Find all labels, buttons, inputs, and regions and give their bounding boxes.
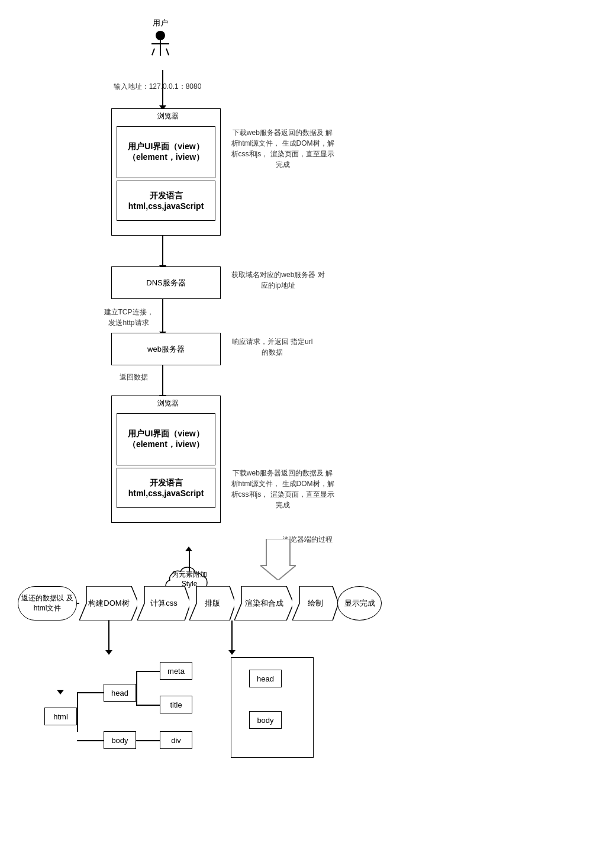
user-head-circle: [156, 31, 165, 40]
cloud-arrow-line: [189, 551, 190, 571]
line-head-title-h: [136, 705, 160, 706]
browser1-lang-label: 开发语言html,css,javaScript: [128, 191, 204, 211]
browser1-label: 浏览器: [112, 109, 220, 124]
browser2-lang-box: 开发语言html,css,javaScript: [117, 468, 215, 508]
big-down-arrow: [260, 539, 296, 582]
line-head-title-v: [136, 671, 137, 705]
arrow-dns-to-web: [159, 299, 166, 336]
browser1-lang-box: 开发语言html,css,javaScript: [117, 181, 215, 221]
tree-html-node: html: [44, 708, 77, 725]
line-head-meta-h: [136, 671, 160, 672]
arrow-domtree-down: [105, 621, 112, 655]
web-server-label: web服务器: [147, 344, 185, 355]
arrow-head: [228, 650, 236, 655]
tree-head-node: head: [104, 684, 136, 702]
flow-item-6: 显示完成: [337, 586, 382, 621]
tree2-head-node: head: [249, 670, 282, 687]
svg-marker-0: [260, 539, 296, 580]
browser1-box: 浏览器 用户UI界面（view）（element，iview） 开发语言html…: [111, 108, 221, 236]
arrow-line: [108, 621, 109, 650]
arrow-head: [105, 650, 112, 655]
tree-meta-node: meta: [160, 662, 192, 680]
dns-label: DNS服务器: [146, 278, 185, 288]
return-data-label: 返回数据: [110, 372, 157, 382]
browser2-ui-box: 用户UI界面（view）（element，iview）: [117, 413, 215, 465]
browser2-side-text: 下载web服务器返回的数据及 解析html源文件， 生成DOM树，解析css和j…: [231, 468, 334, 510]
flow-item-2: 计算css: [137, 586, 191, 621]
flow-row: 返还的数据以 及html文件 构建DOM树 计算css 排版: [18, 586, 382, 621]
user-figure: 用户: [153, 18, 168, 56]
user-leg-left: [151, 49, 155, 56]
tree-body-left-node: body: [104, 731, 136, 749]
flow-item-3: 排版: [189, 586, 236, 621]
line-html-head-h: [77, 692, 104, 693]
web-server-box: web服务器: [111, 333, 221, 365]
browser2-ui-label: 用户UI界面（view）（element，iview）: [128, 429, 204, 450]
tree2-box: head body: [231, 657, 314, 758]
arrow-paiban-down: [228, 621, 236, 655]
browser2-label: 浏览器: [112, 396, 220, 411]
arrow-web-return: [159, 365, 166, 400]
dns-box: DNS服务器: [111, 266, 221, 299]
tree-div-node: div: [160, 731, 192, 749]
arrow-line: [162, 299, 163, 332]
line-html-body-v: [77, 692, 78, 732]
tree-title-node: title: [160, 696, 192, 713]
line-html-body-h: [77, 740, 104, 741]
cloud-label: 为元素附加Style: [172, 570, 207, 588]
browser1-ui-label: 用户UI界面（view）（element，iview）: [128, 142, 204, 163]
tree2-body-node: body: [249, 711, 282, 729]
diagram-container: 用户 输入地址：127.0.0.1：8080 浏览器 用户UI界面（view）（…: [0, 0, 603, 868]
browser2-box: 浏览器 用户UI界面（view）（element，iview） 开发语言html…: [111, 396, 221, 523]
arrow-head: [57, 690, 64, 695]
user-arms: [151, 43, 169, 44]
user-leg-right: [166, 49, 169, 56]
arrow-browser1-to-dns: [159, 236, 166, 270]
line-body-div-h: [136, 740, 160, 741]
input-address-label: 输入地址：127.0.0.1：8080: [110, 81, 205, 92]
tcp-connect-label: 建立TCP连接，发送http请求: [101, 307, 157, 328]
flow-item-5: 绘制: [292, 586, 338, 621]
user-body-line: [160, 40, 161, 56]
flow-item-1: 构建DOM树: [79, 586, 138, 621]
user-label: 用户: [153, 18, 168, 28]
browser1-side-text: 下载web服务器返回的数据及 解析html源文件， 生成DOM树，解析css和j…: [231, 127, 334, 170]
flow-item-0: 返还的数据以 及html文件: [18, 586, 77, 621]
cloud-arrow-head: [185, 546, 192, 551]
browser1-ui-box: 用户UI界面（view）（element，iview）: [117, 126, 215, 178]
web-server-side-text: 响应请求，并返回 指定url的数据: [231, 336, 314, 358]
arrow-line: [162, 365, 163, 395]
flow-item-4: 渲染和合成: [234, 586, 294, 621]
arrow-line: [162, 236, 163, 265]
browser2-lang-label: 开发语言html,css,javaScript: [128, 478, 204, 498]
dns-side-text: 获取域名对应的web服务器 对应的ip地址: [231, 269, 325, 291]
arrow-line: [231, 621, 233, 650]
